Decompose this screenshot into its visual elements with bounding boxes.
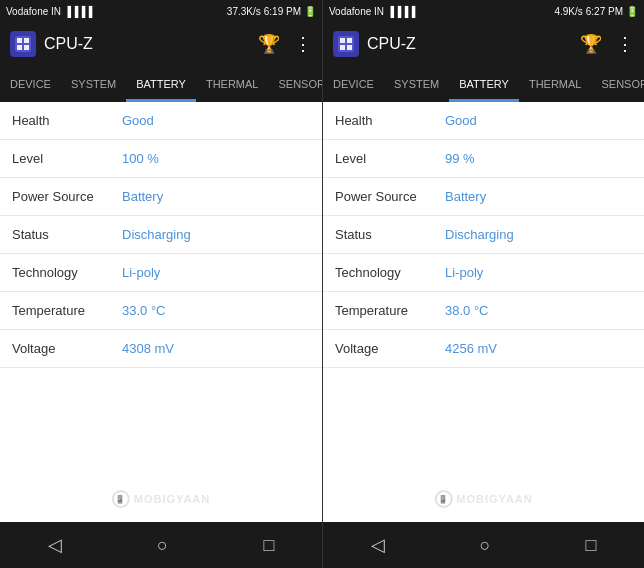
svg-rect-2	[24, 38, 29, 43]
tab-battery-1[interactable]: Battery	[126, 66, 196, 102]
key-status-1: Status	[12, 227, 122, 242]
speed-2: 4.9K/s	[554, 6, 582, 17]
status-bar-2: Vodafone IN ▐▐▐▐ 4.9K/s 6:27 PM 🔋	[323, 0, 644, 22]
val-powersource-2: Battery	[445, 189, 486, 204]
carrier-1: Vodafone IN	[6, 6, 61, 17]
table-row: Technology Li-poly	[323, 254, 644, 292]
table-row: Health Good	[0, 102, 322, 140]
val-temp-1: 33.0 °C	[122, 303, 166, 318]
key-voltage-1: Voltage	[12, 341, 122, 356]
tab-device-2[interactable]: Device	[323, 66, 384, 102]
val-level-1: 100 %	[122, 151, 159, 166]
val-health-1: Good	[122, 113, 154, 128]
val-health-2: Good	[445, 113, 477, 128]
key-health-1: Health	[12, 113, 122, 128]
status-bar-left-2: Vodafone IN ▐▐▐▐	[329, 6, 415, 17]
time-2: 6:27 PM	[586, 6, 623, 17]
app-icon-2	[333, 31, 359, 57]
table-row: Power Source Battery	[0, 178, 322, 216]
key-level-2: Level	[335, 151, 445, 166]
app-title-1: CPU-Z	[44, 35, 250, 53]
status-bar-1: Vodafone IN ▐▐▐▐ 37.3K/s 6:19 PM 🔋	[0, 0, 322, 22]
val-level-2: 99 %	[445, 151, 475, 166]
table-row: Power Source Battery	[323, 178, 644, 216]
app-bar-actions-2: 🏆 ⋮	[580, 33, 634, 55]
val-temp-2: 38.0 °C	[445, 303, 489, 318]
status-bar-left-1: Vodafone IN ▐▐▐▐	[6, 6, 92, 17]
key-level-1: Level	[12, 151, 122, 166]
nav-bar-1: ◁ ○ □	[0, 522, 322, 568]
tab-sensors-1[interactable]: Sensors	[268, 66, 322, 102]
app-icon-1	[10, 31, 36, 57]
table-row: Voltage 4308 mV	[0, 330, 322, 368]
trophy-icon-2[interactable]: 🏆	[580, 33, 602, 55]
svg-rect-1	[17, 38, 22, 43]
table-row: Temperature 33.0 °C	[0, 292, 322, 330]
home-button-2[interactable]: ○	[464, 527, 507, 564]
table-row: Health Good	[323, 102, 644, 140]
app-title-2: CPU-Z	[367, 35, 572, 53]
key-powersource-1: Power Source	[12, 189, 122, 204]
svg-rect-7	[347, 38, 352, 43]
table-row: Voltage 4256 mV	[323, 330, 644, 368]
key-temp-2: Temperature	[335, 303, 445, 318]
table-row: Technology Li-poly	[0, 254, 322, 292]
tab-system-2[interactable]: System	[384, 66, 449, 102]
battery-icon-2: 🔋	[626, 6, 638, 17]
data-table-2: Health Good Level 99 % Power Source Batt…	[323, 102, 644, 522]
app-bar-actions-1: 🏆 ⋮	[258, 33, 312, 55]
back-button-1[interactable]: ◁	[32, 526, 78, 564]
recent-button-2[interactable]: □	[570, 527, 613, 564]
key-status-2: Status	[335, 227, 445, 242]
key-voltage-2: Voltage	[335, 341, 445, 356]
val-tech-1: Li-poly	[122, 265, 160, 280]
overflow-icon-1[interactable]: ⋮	[294, 33, 312, 55]
signal-icons-2: ▐▐▐▐	[387, 6, 415, 17]
carrier-2: Vodafone IN	[329, 6, 384, 17]
val-voltage-1: 4308 mV	[122, 341, 174, 356]
svg-rect-6	[340, 38, 345, 43]
time-1: 6:19 PM	[264, 6, 301, 17]
tab-bar-1: Device System Battery Thermal Sensors	[0, 66, 322, 102]
app-bar-2: CPU-Z 🏆 ⋮	[323, 22, 644, 66]
app-bar-1: CPU-Z 🏆 ⋮	[0, 22, 322, 66]
tab-system-1[interactable]: System	[61, 66, 126, 102]
back-button-2[interactable]: ◁	[355, 526, 401, 564]
tab-battery-2[interactable]: Battery	[449, 66, 519, 102]
tab-thermal-1[interactable]: Thermal	[196, 66, 269, 102]
phone-panel-1: Vodafone IN ▐▐▐▐ 37.3K/s 6:19 PM 🔋 CPU-Z…	[0, 0, 322, 568]
table-row: Temperature 38.0 °C	[323, 292, 644, 330]
val-status-1: Discharging	[122, 227, 191, 242]
svg-rect-3	[17, 45, 22, 50]
table-row: Level 99 %	[323, 140, 644, 178]
nav-bar-2: ◁ ○ □	[323, 522, 644, 568]
signal-icons-1: ▐▐▐▐	[64, 6, 92, 17]
val-status-2: Discharging	[445, 227, 514, 242]
svg-rect-8	[340, 45, 345, 50]
speed-1: 37.3K/s	[227, 6, 261, 17]
key-tech-2: Technology	[335, 265, 445, 280]
table-row: Status Discharging	[0, 216, 322, 254]
data-table-1: Health Good Level 100 % Power Source Bat…	[0, 102, 322, 522]
phone-panel-2: Vodafone IN ▐▐▐▐ 4.9K/s 6:27 PM 🔋 CPU-Z …	[322, 0, 644, 568]
trophy-icon-1[interactable]: 🏆	[258, 33, 280, 55]
recent-button-1[interactable]: □	[247, 527, 290, 564]
val-voltage-2: 4256 mV	[445, 341, 497, 356]
key-powersource-2: Power Source	[335, 189, 445, 204]
key-tech-1: Technology	[12, 265, 122, 280]
status-bar-right-1: 37.3K/s 6:19 PM 🔋	[227, 6, 316, 17]
val-tech-2: Li-poly	[445, 265, 483, 280]
battery-icon-1: 🔋	[304, 6, 316, 17]
key-health-2: Health	[335, 113, 445, 128]
status-bar-right-2: 4.9K/s 6:27 PM 🔋	[554, 6, 638, 17]
tab-device-1[interactable]: Device	[0, 66, 61, 102]
tab-sensors-2[interactable]: Sensors	[591, 66, 644, 102]
svg-rect-4	[24, 45, 29, 50]
table-row: Status Discharging	[323, 216, 644, 254]
overflow-icon-2[interactable]: ⋮	[616, 33, 634, 55]
tab-bar-2: Device System Battery Thermal Sensors	[323, 66, 644, 102]
tab-thermal-2[interactable]: Thermal	[519, 66, 592, 102]
home-button-1[interactable]: ○	[141, 527, 184, 564]
key-temp-1: Temperature	[12, 303, 122, 318]
svg-rect-9	[347, 45, 352, 50]
